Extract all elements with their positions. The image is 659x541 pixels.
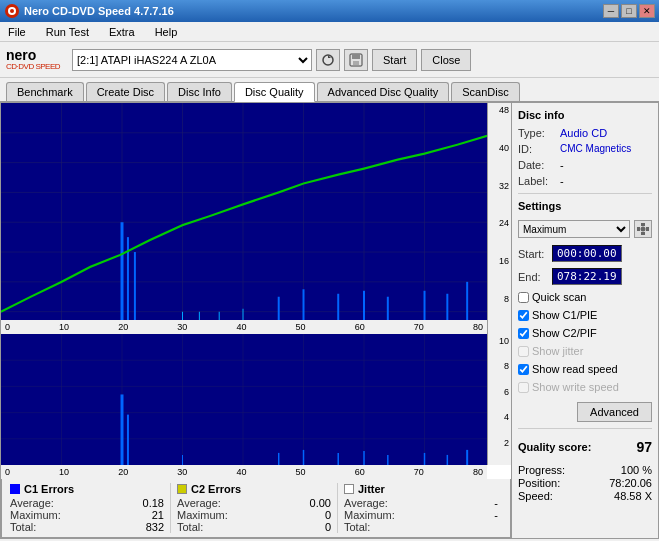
c2-max-row: Maximum: 0 [177,509,331,521]
bottom-info: Progress: 100 % Position: 78:20.06 Speed… [518,463,652,503]
close-button[interactable]: ✕ [639,4,655,18]
bottom-chart-x-axis: 0 10 20 30 40 50 60 70 80 [1,465,487,479]
x-label-60: 60 [355,322,365,332]
minimize-button[interactable]: ─ [603,4,619,18]
c2-total-row: Total: 0 [177,521,331,533]
svg-rect-62 [641,232,645,235]
show-c2-label: Show C2/PIF [532,327,597,339]
tab-benchmark[interactable]: Benchmark [6,82,84,101]
show-jitter-row: Show jitter [518,345,652,357]
y2-label-4: 4 [490,412,509,422]
tab-bar: Benchmark Create Disc Disc Info Disc Qua… [0,78,659,102]
x-label-50: 50 [296,322,306,332]
y-label-32: 32 [490,181,509,191]
tab-advanced-disc-quality[interactable]: Advanced Disc Quality [317,82,450,101]
x-label-40: 40 [236,322,246,332]
drive-selector[interactable]: [2:1] ATAPI iHAS224 A ZL0A [72,49,312,71]
progress-row: Progress: 100 % [518,464,652,476]
y-label-24: 24 [490,218,509,228]
show-write-speed-checkbox[interactable] [518,382,529,393]
jitter-max-row: Maximum: - [344,509,498,521]
show-c2-checkbox[interactable] [518,328,529,339]
y2-label-10: 10 [490,336,509,346]
nero-icon [4,3,20,19]
speed-label: Speed: [518,490,553,502]
divider-1 [518,193,652,194]
close-test-button[interactable]: Close [421,49,471,71]
y2-label-6: 6 [490,387,509,397]
x2-label-50: 50 [296,467,306,477]
c1-max-row: Maximum: 21 [10,509,164,521]
save-icon [349,53,363,67]
y-label-40: 40 [490,143,509,153]
disc-id-row: ID: CMC Magnetics [518,143,652,155]
app-icon: Nero CD-DVD Speed 4.7.7.16 [4,3,174,19]
c2-title: C2 Errors [177,483,331,495]
show-jitter-checkbox[interactable] [518,346,529,357]
top-chart-svg [1,103,487,334]
x-label-0: 0 [5,322,10,332]
disc-type-row: Type: Audio CD [518,127,652,139]
start-button[interactable]: Start [372,49,417,71]
c2-indicator [177,484,187,494]
show-c1-checkbox[interactable] [518,310,529,321]
show-jitter-label: Show jitter [532,345,583,357]
quality-score-row: Quality score: 97 [518,439,652,455]
show-read-speed-label: Show read speed [532,363,618,375]
menu-help[interactable]: Help [151,25,182,39]
svg-rect-61 [641,223,645,226]
refresh-button[interactable] [316,49,340,71]
maximize-button[interactable]: □ [621,4,637,18]
window-controls: ─ □ ✕ [603,4,655,18]
x-label-10: 10 [59,322,69,332]
title-text: Nero CD-DVD Speed 4.7.7.16 [24,5,174,17]
reload-icon [321,53,335,67]
tab-scan-disc[interactable]: ScanDisc [451,82,519,101]
charts-area: 48 40 32 24 16 8 0 10 20 30 40 50 60 70 … [0,102,511,539]
x2-label-10: 10 [59,467,69,477]
show-read-speed-row: Show read speed [518,363,652,375]
tab-create-disc[interactable]: Create Disc [86,82,165,101]
tab-disc-quality[interactable]: Disc Quality [234,82,315,102]
divider-2 [518,428,652,429]
settings-gear-icon [637,223,649,235]
speed-setting-row: Maximum [518,220,652,238]
logo-nero: nero [6,48,60,62]
svg-rect-6 [352,54,360,59]
menu-extra[interactable]: Extra [105,25,139,39]
quality-value: 97 [636,439,652,455]
start-time-row: Start: 000:00.00 [518,245,652,262]
y-label-48: 48 [490,105,509,115]
show-read-speed-checkbox[interactable] [518,364,529,375]
c1-errors-group: C1 Errors Average: 0.18 Maximum: 21 Tota… [8,483,171,533]
position-label: Position: [518,477,560,489]
speed-selector[interactable]: Maximum [518,220,630,238]
right-panel: Disc info Type: Audio CD ID: CMC Magneti… [511,102,659,539]
x2-label-30: 30 [177,467,187,477]
position-value: 78:20.06 [609,477,652,489]
menu-file[interactable]: File [4,25,30,39]
menu-bar: File Run Test Extra Help [0,22,659,42]
toolbar: nero CD·DVD SPEED [2:1] ATAPI iHAS224 A … [0,42,659,78]
end-time-field: 078:22.19 [552,268,622,285]
x2-label-60: 60 [355,467,365,477]
svg-rect-38 [1,334,487,465]
tab-disc-info[interactable]: Disc Info [167,82,232,101]
settings-icon-button[interactable] [634,220,652,238]
quick-scan-label: Quick scan [532,291,586,303]
bottom-chart-y-axis: 10 8 6 4 2 [487,334,511,465]
advanced-button[interactable]: Advanced [577,402,652,422]
x2-label-40: 40 [236,467,246,477]
svg-rect-8 [1,103,487,334]
y2-label-2: 2 [490,438,509,448]
bottom-chart: 10 8 6 4 2 0 10 20 30 40 50 60 70 80 [1,334,511,479]
c1-total-row: Total: 832 [10,521,164,533]
quick-scan-checkbox[interactable] [518,292,529,303]
save-button[interactable] [344,49,368,71]
menu-run-test[interactable]: Run Test [42,25,93,39]
show-write-speed-label: Show write speed [532,381,619,393]
svg-rect-7 [353,61,359,65]
quick-scan-row: Quick scan [518,291,652,303]
y-label-8: 8 [490,294,509,304]
x2-label-20: 20 [118,467,128,477]
